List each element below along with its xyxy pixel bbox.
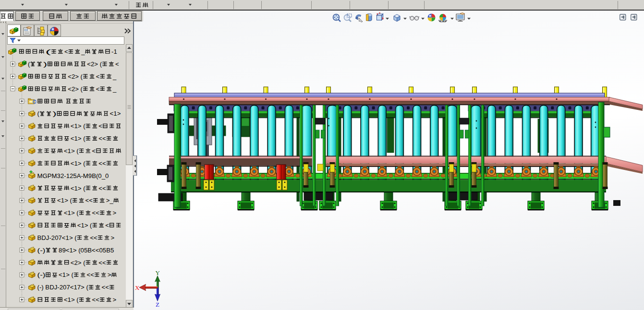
svg-text:<: < <box>98 122 102 130</box>
svg-text:<: < <box>96 73 100 80</box>
svg-text:(: ( <box>45 48 51 55</box>
svg-text:Y: Y <box>156 269 160 276</box>
svg-text:(-): (-) <box>37 247 46 254</box>
svg-text:<: < <box>64 48 68 55</box>
svg-text:(-) BDJ-207<17> (: (-) BDJ-207<17> ( <box>37 284 89 291</box>
svg-text:(: ( <box>37 110 40 117</box>
svg-text:<1> (: <1> ( <box>77 222 92 229</box>
svg-text:<<: << <box>87 271 95 278</box>
svg-text:<1> (: <1> ( <box>71 135 85 142</box>
svg-text:<<: << <box>98 160 106 167</box>
svg-text:<2> (: <2> ( <box>71 259 85 266</box>
svg-text:>_: >_ <box>106 197 114 204</box>
svg-text:<1> (: <1> ( <box>71 160 85 167</box>
svg-text:<1> (: <1> ( <box>57 197 72 204</box>
svg-text:): ) <box>53 110 57 117</box>
svg-text:<: < <box>115 60 119 68</box>
svg-text:<<: << <box>92 209 100 216</box>
svg-text:<<: << <box>90 234 97 241</box>
svg-text:<1> (: <1> ( <box>59 271 73 278</box>
svg-text:<2> (: <2> ( <box>68 73 83 80</box>
svg-text:(: ( <box>28 60 30 68</box>
svg-text:_: _ <box>81 48 85 55</box>
svg-text:<: < <box>92 147 96 155</box>
svg-text:_: _ <box>112 85 117 93</box>
svg-text:<1> (: <1> ( <box>64 209 79 216</box>
svg-text:<1>: <1> <box>110 110 121 117</box>
svg-text:MGPM32-125A-M9B(0_0: MGPM32-125A-M9B(0_0 <box>37 172 109 179</box>
svg-text:<1> (: <1> ( <box>71 185 85 192</box>
svg-text:BDJ-207<1> (: BDJ-207<1> ( <box>37 234 77 241</box>
svg-text:<: < <box>96 85 100 93</box>
svg-text:<<: << <box>85 197 93 204</box>
svg-text:<<: << <box>98 185 106 192</box>
svg-text:<2> (: <2> ( <box>87 60 102 68</box>
svg-text:<2> (: <2> ( <box>68 85 83 93</box>
svg-text:): ) <box>43 60 47 68</box>
svg-text:89<1> (05B<<05B5: 89<1> (05B<<05B5 <box>59 247 114 254</box>
svg-text:>: > <box>111 234 115 241</box>
svg-text:>: > <box>113 296 117 303</box>
svg-text:>: > <box>108 271 111 278</box>
svg-text:<<: << <box>98 259 106 266</box>
svg-text:<<: << <box>98 135 106 142</box>
svg-text:<<: << <box>102 284 109 291</box>
svg-text:<: < <box>105 222 109 229</box>
svg-text:<1> (: <1> ( <box>71 122 85 130</box>
svg-text:_: _ <box>112 73 117 80</box>
svg-text:<1> (: <1> ( <box>64 296 79 303</box>
svg-text:X: X <box>135 284 140 291</box>
svg-text:Z: Z <box>156 301 159 308</box>
svg-text:(-): (-) <box>37 271 46 278</box>
svg-text:<<: << <box>92 296 100 303</box>
svg-text:<1> (: <1> ( <box>64 147 79 155</box>
svg-text:>: > <box>113 209 117 216</box>
svg-text:-1: -1 <box>111 48 117 55</box>
